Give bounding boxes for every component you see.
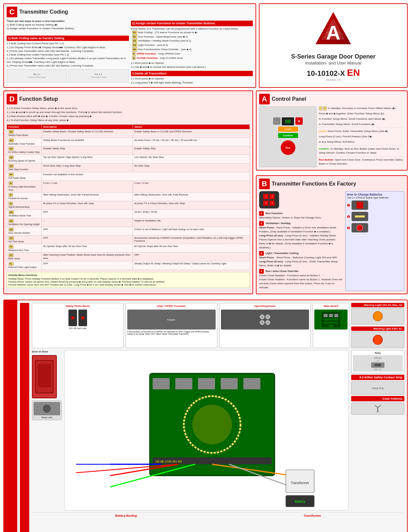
func-icon-open: ■	[132, 52, 136, 56]
cp-visual: - 88 + Learn Confirm Run	[271, 115, 305, 158]
section-d-title: Function Setup	[19, 96, 58, 102]
tx-btn-3: 3	[263, 200, 268, 206]
func-desc-safety-beam: Disable Safety Beam / Enable Safety Beam…	[42, 129, 133, 138]
battery-step-1: 1	[347, 200, 403, 210]
brand-logo: A	[313, 10, 353, 50]
bulk-step1e: 2.) Press new Transmitter twice until LE…	[7, 64, 129, 67]
warn-24v-device	[351, 308, 404, 325]
cp-run-circular-btn[interactable]: Run	[281, 140, 295, 155]
func-val-courtesy: 2 min / 3 min	[133, 181, 250, 193]
cp-learn-btn[interactable]: Learn	[278, 127, 298, 132]
func-icon-flash-light: FLExternal Flash Light Output	[7, 261, 42, 270]
func-icon-vent-time: UEVentilation Mode Time	[7, 210, 42, 218]
run-button-icon	[357, 224, 363, 231]
conn-plan-vertical-label: Connection Plan	[20, 303, 29, 532]
d-intro-3: 3.) Now choose value with ■ and ■. Confi…	[7, 114, 250, 118]
relay-230v: 230V AC	[374, 368, 382, 370]
button-panel-visual	[258, 313, 271, 326]
motor-circle	[43, 405, 51, 413]
panel-osc-title: Open/Stop/Close	[221, 305, 309, 309]
panel-safety-title: Safety Photo Beam	[34, 305, 122, 309]
func-val-vent-height: Height of Ventilation Slit	[133, 218, 250, 227]
d-intro-4: 4.) To Exit Function Setup Menu at any t…	[7, 118, 250, 122]
table-row: CPCar Park Mode OFF Accessories served b…	[7, 235, 250, 244]
tx-func-1-name: Run Function	[265, 212, 283, 215]
right-side-labels: Relay 24V AC L N 230V AC	[351, 350, 404, 510]
func-desc-signal: At press TX in Close Direction, Door wil…	[42, 201, 133, 210]
tx-func-3-short: Short Press - Short Press - Switches Cou…	[259, 256, 338, 259]
func-icon-close: ■	[132, 56, 136, 60]
warn-230v-label: Warning Light 230V AC	[351, 327, 404, 331]
func-desc-speed: Tip Up Door Speed: High Speed / Long Slo…	[42, 155, 133, 164]
section-d-header: D Function Setup	[7, 94, 250, 104]
func-icon-car-park: CPCar Park Mode	[7, 235, 42, 244]
func-icon-full-power: FPFull Power Mode	[7, 172, 42, 181]
col-description: Description	[42, 124, 133, 129]
tx-btn-4: 4	[269, 200, 275, 206]
panel-open-stop: Open/Stop/Close	[219, 303, 311, 348]
door-inner-visual	[35, 360, 53, 393]
col-function: Function	[7, 124, 42, 129]
section-c-right: 2) Assign certain Functions to certain T…	[131, 19, 253, 84]
panel-safety-beam: Safety Photo Beam 24V 4W each si	[32, 303, 124, 348]
svg-text:Battery: Battery	[295, 500, 306, 503]
top-row: C Transmitter Coding There are two ways …	[3, 3, 408, 88]
delete-step2: 2.) Long press S ■ until light starts fl…	[131, 81, 253, 84]
section-c-transmitter-coding: C Transmitter Coding There are two ways …	[3, 3, 256, 88]
func-desc-close: CLOSE Function - only CLOSES Door	[137, 56, 183, 60]
battery-step-3: 3	[347, 223, 403, 232]
relay-box: Relay 24V AC L N 230V AC	[351, 350, 404, 373]
key-icon-plus: +	[323, 106, 327, 111]
tx-func-3-long: Long Press (5 sec) - Long Press (5 sec) …	[259, 260, 338, 267]
panel-open-title: Only "OPEN" Function	[127, 305, 216, 309]
panel-right-group: Main Board	[313, 303, 404, 348]
func-desc-vent-height: --	[42, 218, 133, 227]
assign-step1: 1.) Short press ■ on Opener.	[131, 61, 253, 65]
func-desc-car-park: OFF	[42, 235, 133, 244]
svg-line-35	[378, 405, 381, 407]
language-code: EN	[347, 67, 360, 78]
section-b-content: 1 2 3 4 1 Run Function	[259, 191, 404, 291]
right-column: A Control Panel - 88 + Learn	[256, 90, 408, 295]
svg-rect-7	[329, 314, 333, 317]
warning-light-icon	[373, 311, 383, 321]
svg-rect-13	[153, 378, 169, 389]
func-desc-full-power: Function not available in this version	[42, 172, 250, 181]
right-item-warn-230v: Warning Light 230V AC	[351, 327, 404, 348]
func-icon-safety-beam: SbSafety Photo Beam	[7, 129, 42, 138]
key-icon-minus: -	[319, 106, 322, 111]
tx-buttons-visual: 1 2 3 4	[262, 194, 276, 206]
control-panel-image: - 88 + Learn Confirm Run	[259, 106, 317, 168]
desc-func-setup: Press ■ and ■ together: Enter Function S…	[319, 112, 404, 116]
outside-menu: Outside Menu Functions Holiday Mode: Pre…	[7, 272, 250, 288]
table-row: bJBack Jump After reaching Close Positio…	[7, 253, 250, 261]
warn-230v-device	[351, 332, 404, 348]
motor-icon	[34, 402, 60, 415]
func-desc-auto-close: Safety Beam Function/is not enabled	[42, 138, 133, 146]
func-desc-courtesy: 0 min / 1 min	[42, 181, 133, 193]
cp-plus-btn[interactable]: +	[295, 117, 303, 125]
func-icon-vent: B2	[132, 39, 137, 43]
transmitter-visual: 1 2 3 4	[259, 191, 279, 208]
relay-label: Relay	[353, 352, 403, 354]
func-desc-vent-time: OFF	[42, 210, 133, 218]
batteries-title: How to Change Batteries	[347, 193, 403, 196]
tx-num-1: 1	[259, 211, 264, 216]
door-small-door	[38, 364, 51, 387]
circuit-svg: SB SB COM 24V NO	[65, 350, 348, 510]
tx-func-2: 2 Ventilation / Holiday Short Press - Sh…	[259, 221, 343, 250]
svg-line-34	[374, 405, 378, 407]
outside-holiday: Holiday Mode: Press Holiday Function (Bu…	[8, 277, 248, 280]
section-c-letter: C	[7, 7, 17, 17]
func-item-auto: B4 Run Function/Auto Close Override - (s…	[132, 48, 253, 52]
conn-main: Connection Plan Safety Photo Beam	[17, 300, 407, 532]
page: C Transmitter Coding There are two ways …	[0, 0, 411, 532]
desc-learn-long: Long Press (5 sec): Forced Relearn (See …	[319, 135, 404, 139]
func-desc-run: Bulk Coding - (TX learns Functions as sh…	[138, 31, 197, 34]
cp-minus-btn[interactable]: -	[273, 117, 280, 125]
func-icon-slow-stop: SSSlow Stop Function	[7, 164, 42, 172]
section-b-header: B Transmitter Functions Ex Factory	[259, 179, 404, 189]
right-item-warn-24v: Warning Light 24V AC Max. 2A	[351, 303, 404, 325]
conn-label-row: Connection Plan Safety Photo Beam	[20, 303, 404, 532]
cp-confirm-btn[interactable]: Confirm	[278, 133, 298, 138]
